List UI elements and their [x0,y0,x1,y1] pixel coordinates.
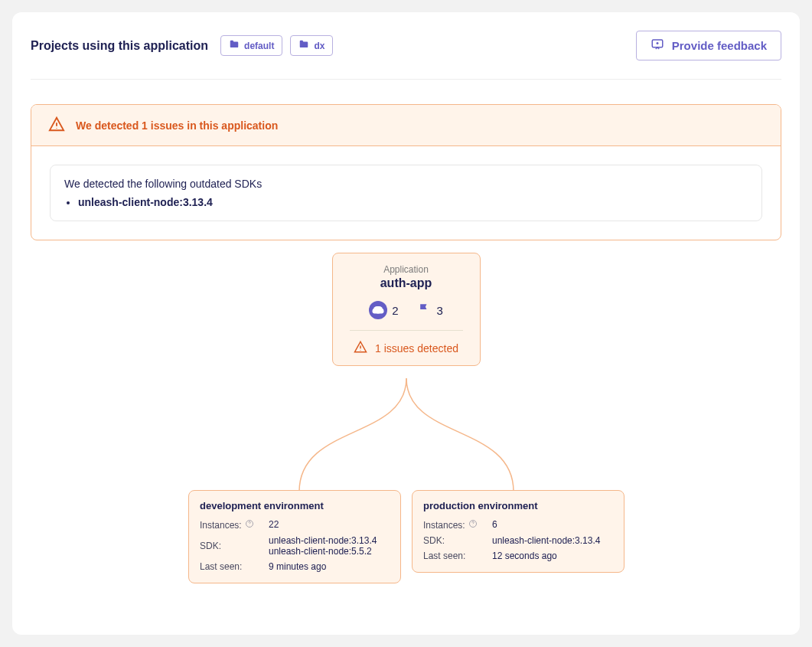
last-seen-label: Last seen: [200,561,266,572]
project-chips: default dx [220,35,333,56]
app-card-divider [350,330,463,331]
chip-label: default [244,41,274,51]
provide-feedback-button[interactable]: Provide feedback [636,31,781,60]
chip-label: dx [314,41,324,51]
feedback-label: Provide feedback [672,39,767,52]
folder-icon [298,39,309,52]
alert-body-intro: We detected the following outdated SDKs [64,178,748,190]
help-icon[interactable] [245,519,254,531]
feedback-icon [651,38,664,54]
last-seen-label: Last seen: [423,551,489,561]
last-seen-value: 12 seconds ago [492,551,613,561]
application-card: Application auth-app 2 3 1 [332,253,481,366]
application-stats: 2 3 [339,301,474,319]
issues-alert: We detected 1 issues in this application… [31,104,781,240]
instances-value: 6 [492,519,613,531]
instances-stat: 2 [369,301,398,319]
issues-detected: 1 issues detected [339,340,474,356]
warning-icon [48,116,65,135]
alert-title: We detected 1 issues in this application [76,119,278,132]
flag-icon [417,302,432,319]
sdk-label: SDK: [423,535,489,546]
instances-value: 22 [269,519,390,531]
issues-text: 1 issues detected [375,342,458,355]
application-label: Application [339,264,474,275]
project-chip-dx[interactable]: dx [290,35,333,56]
help-icon[interactable] [468,519,478,531]
application-name: auth-app [339,276,474,290]
connector-lines [261,378,552,493]
sdk-value: unleash-client-node:3.13.4 unleash-clien… [269,535,390,557]
main-card: Projects using this application default … [12,12,800,635]
environment-card-development: development environment Instances: 22 SD… [188,490,401,583]
alert-header: We detected 1 issues in this application [31,105,781,146]
outdated-sdk-item: unleash-client-node:3.13.4 [78,196,748,208]
diagram: Application auth-app 2 3 1 [31,253,781,590]
env-details: Instances: 22 SDK: unleash-client-node:3… [200,519,390,572]
instances-count: 2 [392,304,398,317]
instances-label: Instances: [423,519,489,531]
sdk-label: SDK: [200,535,266,557]
env-title: development environment [200,500,390,511]
env-title: production environment [423,500,613,511]
outdated-sdk-list: unleash-client-node:3.13.4 [64,196,748,208]
sdk-detail-box: We detected the following outdated SDKs … [50,165,762,221]
flags-count: 3 [437,304,443,317]
alert-body: We detected the following outdated SDKs … [31,146,781,240]
last-seen-value: 9 minutes ago [269,561,390,572]
page-title: Projects using this application [31,39,208,53]
header-row: Projects using this application default … [31,31,781,60]
project-chip-default[interactable]: default [220,35,282,56]
sdk-value: unleash-client-node:3.13.4 [492,535,613,546]
warning-icon [354,340,367,356]
environment-card-production: production environment Instances: 6 SDK:… [412,490,624,573]
divider [31,79,781,80]
header-left: Projects using this application default … [31,35,333,56]
cloud-icon [369,301,387,319]
instances-label: Instances: [200,519,266,531]
flags-stat: 3 [417,301,443,319]
folder-icon [229,39,240,52]
env-details: Instances: 6 SDK: unleash-client-node:3.… [423,519,613,561]
